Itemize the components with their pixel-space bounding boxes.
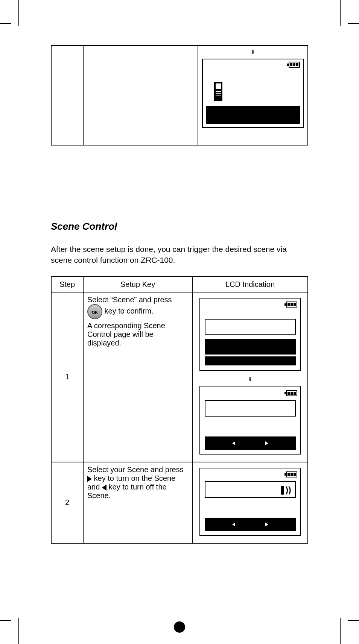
table-cell [51,45,83,145]
lcd-bottom-bar [205,436,296,450]
device-icon [214,82,222,101]
table-row: 2 Select your Scene and press key to tur… [51,462,308,543]
header-setup-key: Setup Key [83,277,192,292]
lcd-screen [199,298,301,371]
header-lcd: LCD Indication [192,277,308,292]
down-arrow-icon: ⇓ [201,49,305,55]
triangle-right-icon [265,523,268,526]
text: key to confirm. [105,307,154,315]
triangle-left-icon [102,485,106,491]
lcd-bottom-bar [205,356,296,365]
setup-instruction: Select “Scene” and press OK key to confi… [83,292,192,462]
section-title: Scene Control [51,221,308,232]
step-number: 1 [51,292,83,462]
instruction-table: Step Setup Key LCD Indication 1 Select “… [51,276,308,544]
table-header-row: Step Setup Key LCD Indication [51,277,308,292]
ok-button-icon: OK [87,304,102,319]
crop-mark [340,0,341,26]
lcd-list-item: ❚)) [205,481,296,498]
text: Select [87,295,110,304]
text: A corresponding Scene Control page will … [87,321,188,347]
text: Select your Scene and press [87,465,184,474]
text: and press [139,295,172,304]
lcd-screen: ❚)) [199,468,301,536]
page: ⇓ Scene Control After the s [51,45,308,599]
lcd-list-item-selected [205,339,296,355]
battery-icon [284,302,297,308]
lcd-screen [199,386,301,455]
lcd-cell: ⇓ [192,292,308,462]
page-number-dot [174,621,185,633]
crop-mark [0,620,11,621]
crop-mark [340,618,341,644]
step-number: 2 [51,462,83,543]
triangle-right-icon [87,476,92,482]
crop-mark [18,618,19,644]
crop-mark [18,0,19,26]
setup-instruction: Select your Scene and press key to turn … [83,462,192,543]
lcd-list-item [205,319,296,335]
text: “Scene” [110,295,137,304]
battery-icon [284,471,297,477]
table-row: 1 Select “Scene” and press OK key to con… [51,292,308,462]
triangle-left-icon [232,441,235,445]
lcd-screen [202,59,304,128]
top-table-fragment: ⇓ [51,45,308,145]
intro-text: After the scene setup is done, you can t… [51,244,308,266]
battery-icon [287,62,300,68]
lcd-bottom-bar [205,518,296,531]
triangle-right-icon [265,441,268,445]
lcd-cell: ❚)) [192,462,308,543]
battery-icon [284,390,297,396]
crop-mark [348,23,359,24]
lcd-list-item [205,400,296,417]
crop-mark [348,620,359,621]
table-cell: ⇓ [198,45,308,145]
header-step: Step [51,277,83,292]
table-cell [83,45,198,145]
crop-mark [0,23,11,24]
triangle-left-icon [232,523,235,526]
down-arrow-icon: ⇓ [196,376,304,382]
lcd-bottom-bar [206,106,300,124]
